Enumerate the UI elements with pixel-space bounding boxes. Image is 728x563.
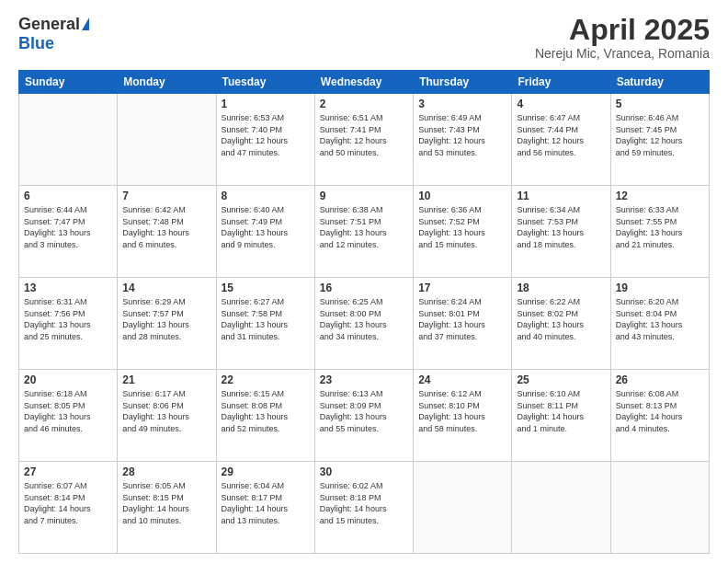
calendar-cell: 4Sunrise: 6:47 AM Sunset: 7:44 PM Daylig…: [512, 94, 610, 186]
calendar-cell: 24Sunrise: 6:12 AM Sunset: 8:10 PM Dayli…: [414, 370, 512, 462]
day-number: 20: [24, 373, 112, 386]
day-info: Sunrise: 6:33 AM Sunset: 7:55 PM Dayligh…: [616, 204, 704, 250]
header-right: April 2025 Nereju Mic, Vrancea, Romania: [535, 15, 710, 61]
calendar-cell: 9Sunrise: 6:38 AM Sunset: 7:51 PM Daylig…: [314, 186, 413, 278]
day-info: Sunrise: 6:47 AM Sunset: 7:44 PM Dayligh…: [517, 112, 605, 158]
header: General Blue April 2025 Nereju Mic, Vran…: [18, 15, 710, 61]
calendar-cell: 21Sunrise: 6:17 AM Sunset: 8:06 PM Dayli…: [118, 370, 216, 462]
calendar-cell: 10Sunrise: 6:36 AM Sunset: 7:52 PM Dayli…: [414, 186, 512, 278]
day-info: Sunrise: 6:13 AM Sunset: 8:09 PM Dayligh…: [320, 388, 408, 434]
calendar-cell: [118, 94, 216, 186]
calendar-cell: 15Sunrise: 6:27 AM Sunset: 7:58 PM Dayli…: [216, 278, 314, 370]
day-info: Sunrise: 6:34 AM Sunset: 7:53 PM Dayligh…: [517, 204, 605, 250]
day-number: 8: [222, 190, 310, 202]
day-info: Sunrise: 6:29 AM Sunset: 7:57 PM Dayligh…: [122, 296, 210, 342]
calendar-cell: 16Sunrise: 6:25 AM Sunset: 8:00 PM Dayli…: [314, 278, 413, 370]
calendar-cell: 2Sunrise: 6:51 AM Sunset: 7:41 PM Daylig…: [314, 94, 413, 186]
calendar-cell: 26Sunrise: 6:08 AM Sunset: 8:13 PM Dayli…: [610, 370, 709, 462]
day-info: Sunrise: 6:10 AM Sunset: 8:11 PM Dayligh…: [517, 388, 605, 434]
day-info: Sunrise: 6:36 AM Sunset: 7:52 PM Dayligh…: [418, 204, 506, 250]
day-info: Sunrise: 6:27 AM Sunset: 7:58 PM Dayligh…: [222, 296, 310, 342]
month-title: April 2025: [535, 15, 710, 44]
weekday-header-friday: Friday: [512, 71, 610, 94]
day-number: 9: [320, 190, 408, 202]
calendar-cell: 1Sunrise: 6:53 AM Sunset: 7:40 PM Daylig…: [216, 94, 314, 186]
day-info: Sunrise: 6:05 AM Sunset: 8:15 PM Dayligh…: [122, 480, 210, 526]
weekday-header-monday: Monday: [118, 71, 216, 94]
day-number: 4: [517, 98, 605, 110]
day-number: 27: [24, 465, 112, 478]
day-number: 16: [320, 282, 408, 294]
day-number: 25: [517, 373, 605, 386]
day-number: 22: [222, 373, 310, 386]
day-number: 12: [616, 190, 704, 202]
day-number: 17: [418, 282, 506, 294]
day-info: Sunrise: 6:08 AM Sunset: 8:13 PM Dayligh…: [616, 388, 704, 434]
calendar-week-row: 27Sunrise: 6:07 AM Sunset: 8:14 PM Dayli…: [19, 462, 710, 554]
calendar-table: SundayMondayTuesdayWednesdayThursdayFrid…: [18, 70, 710, 554]
logo: General Blue: [18, 15, 89, 53]
day-number: 19: [616, 282, 704, 294]
day-number: 13: [24, 282, 112, 294]
calendar-cell: [414, 462, 512, 554]
calendar-cell: 6Sunrise: 6:44 AM Sunset: 7:47 PM Daylig…: [19, 186, 118, 278]
calendar-cell: 18Sunrise: 6:22 AM Sunset: 8:02 PM Dayli…: [512, 278, 610, 370]
calendar-cell: 22Sunrise: 6:15 AM Sunset: 8:08 PM Dayli…: [216, 370, 314, 462]
day-info: Sunrise: 6:20 AM Sunset: 8:04 PM Dayligh…: [616, 296, 704, 342]
day-info: Sunrise: 6:51 AM Sunset: 7:41 PM Dayligh…: [320, 112, 408, 158]
day-number: 21: [122, 373, 210, 386]
day-info: Sunrise: 6:49 AM Sunset: 7:43 PM Dayligh…: [418, 112, 506, 158]
day-number: 6: [24, 190, 112, 202]
day-number: 30: [320, 465, 408, 478]
calendar-cell: 5Sunrise: 6:46 AM Sunset: 7:45 PM Daylig…: [610, 94, 709, 186]
day-info: Sunrise: 6:18 AM Sunset: 8:05 PM Dayligh…: [24, 388, 112, 434]
day-number: 15: [222, 282, 310, 294]
day-info: Sunrise: 6:42 AM Sunset: 7:48 PM Dayligh…: [122, 204, 210, 250]
weekday-header-sunday: Sunday: [19, 71, 118, 94]
calendar-cell: [512, 462, 610, 554]
day-number: 11: [517, 190, 605, 202]
day-info: Sunrise: 6:24 AM Sunset: 8:01 PM Dayligh…: [418, 296, 506, 342]
day-number: 18: [517, 282, 605, 294]
day-number: 29: [222, 465, 310, 478]
day-info: Sunrise: 6:22 AM Sunset: 8:02 PM Dayligh…: [517, 296, 605, 342]
calendar-cell: 19Sunrise: 6:20 AM Sunset: 8:04 PM Dayli…: [610, 278, 709, 370]
calendar-cell: 7Sunrise: 6:42 AM Sunset: 7:48 PM Daylig…: [118, 186, 216, 278]
calendar-week-row: 1Sunrise: 6:53 AM Sunset: 7:40 PM Daylig…: [19, 94, 710, 186]
page: General Blue April 2025 Nereju Mic, Vran…: [0, 0, 728, 563]
day-info: Sunrise: 6:25 AM Sunset: 8:00 PM Dayligh…: [320, 296, 408, 342]
calendar-cell: 30Sunrise: 6:02 AM Sunset: 8:18 PM Dayli…: [314, 462, 413, 554]
calendar-cell: 25Sunrise: 6:10 AM Sunset: 8:11 PM Dayli…: [512, 370, 610, 462]
day-info: Sunrise: 6:40 AM Sunset: 7:49 PM Dayligh…: [222, 204, 310, 250]
day-info: Sunrise: 6:04 AM Sunset: 8:17 PM Dayligh…: [222, 480, 310, 526]
calendar-cell: [19, 94, 118, 186]
calendar-week-row: 20Sunrise: 6:18 AM Sunset: 8:05 PM Dayli…: [19, 370, 710, 462]
day-number: 3: [418, 98, 506, 110]
day-number: 26: [616, 373, 704, 386]
day-info: Sunrise: 6:38 AM Sunset: 7:51 PM Dayligh…: [320, 204, 408, 250]
calendar-cell: 12Sunrise: 6:33 AM Sunset: 7:55 PM Dayli…: [610, 186, 709, 278]
day-info: Sunrise: 6:15 AM Sunset: 8:08 PM Dayligh…: [222, 388, 310, 434]
calendar-cell: 13Sunrise: 6:31 AM Sunset: 7:56 PM Dayli…: [19, 278, 118, 370]
day-info: Sunrise: 6:02 AM Sunset: 8:18 PM Dayligh…: [320, 480, 408, 526]
calendar-cell: 20Sunrise: 6:18 AM Sunset: 8:05 PM Dayli…: [19, 370, 118, 462]
calendar-cell: 14Sunrise: 6:29 AM Sunset: 7:57 PM Dayli…: [118, 278, 216, 370]
weekday-header-saturday: Saturday: [610, 71, 709, 94]
day-info: Sunrise: 6:12 AM Sunset: 8:10 PM Dayligh…: [418, 388, 506, 434]
day-number: 24: [418, 373, 506, 386]
calendar-cell: 27Sunrise: 6:07 AM Sunset: 8:14 PM Dayli…: [19, 462, 118, 554]
day-info: Sunrise: 6:53 AM Sunset: 7:40 PM Dayligh…: [222, 112, 310, 158]
calendar-cell: [610, 462, 709, 554]
day-number: 2: [320, 98, 408, 110]
calendar-cell: 28Sunrise: 6:05 AM Sunset: 8:15 PM Dayli…: [118, 462, 216, 554]
day-info: Sunrise: 6:07 AM Sunset: 8:14 PM Dayligh…: [24, 480, 112, 526]
calendar-cell: 17Sunrise: 6:24 AM Sunset: 8:01 PM Dayli…: [414, 278, 512, 370]
day-info: Sunrise: 6:31 AM Sunset: 7:56 PM Dayligh…: [24, 296, 112, 342]
calendar-week-row: 13Sunrise: 6:31 AM Sunset: 7:56 PM Dayli…: [19, 278, 710, 370]
weekday-header-tuesday: Tuesday: [216, 71, 314, 94]
day-info: Sunrise: 6:17 AM Sunset: 8:06 PM Dayligh…: [122, 388, 210, 434]
weekday-header-thursday: Thursday: [414, 71, 512, 94]
calendar-cell: 11Sunrise: 6:34 AM Sunset: 7:53 PM Dayli…: [512, 186, 610, 278]
calendar-cell: 8Sunrise: 6:40 AM Sunset: 7:49 PM Daylig…: [216, 186, 314, 278]
location: Nereju Mic, Vrancea, Romania: [535, 46, 710, 61]
